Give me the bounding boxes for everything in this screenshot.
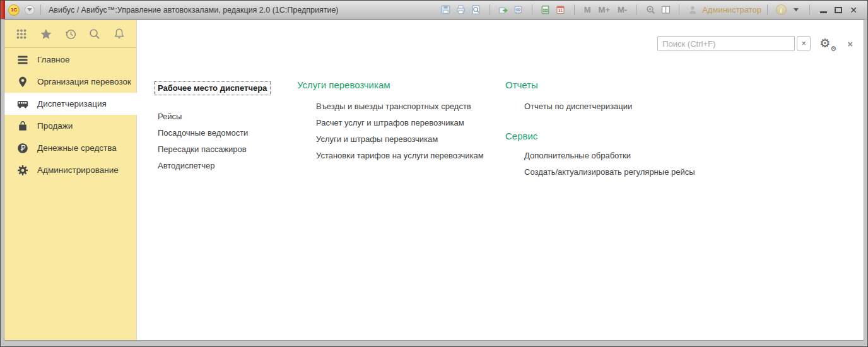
1c-logo-icon: 1С: [8, 4, 20, 16]
title-bar: 1С Авибус / Авибус™:Управление автовокза…: [1, 1, 867, 20]
memory-plus-button[interactable]: M+: [599, 5, 610, 15]
content-link[interactable]: Создать/актуализировать регулярные рейсы: [524, 164, 695, 180]
get-link-icon[interactable]: [512, 4, 525, 16]
featured-link-rabochee-mesto[interactable]: Рабочее место диспетчера: [154, 81, 271, 95]
sidebar-item-label: Денежные средства: [37, 143, 117, 153]
ruble-coin-icon: [16, 142, 29, 155]
separator: [809, 4, 810, 15]
svg-text:31: 31: [558, 8, 563, 13]
separator: [574, 4, 575, 15]
split-window-icon[interactable]: [659, 4, 672, 16]
sidebar-item-label: Организация перевозок: [37, 77, 131, 86]
section-header-servis: Сервис: [505, 130, 537, 143]
content-link[interactable]: Въезды и выезды транспортных средств: [316, 98, 484, 115]
content-link[interactable]: Автодиспетчер: [158, 158, 248, 174]
favorites-star-icon[interactable]: [38, 26, 54, 42]
separator: [532, 4, 532, 15]
system-menu-button[interactable]: [25, 5, 35, 15]
sidebar-item-organizaciya-perevozok[interactable]: Организация перевозок: [4, 71, 136, 93]
content-link[interactable]: Установки тарифов на услуги перевозчикам: [316, 148, 484, 164]
separator: [636, 4, 637, 15]
notifications-bell-icon[interactable]: [112, 26, 127, 42]
dropdown-arrow-icon[interactable]: [790, 4, 802, 16]
column-3-service-links: Дополнительные обработки Создать/актуали…: [524, 148, 695, 180]
settings-gears-icon[interactable]: ⚙ ⚙: [819, 35, 836, 52]
search-row: × ⚙ ⚙ ×: [657, 35, 853, 52]
sidebar-item-label: Главное: [37, 55, 70, 64]
gear-icon: [16, 164, 29, 177]
sidebar-item-label: Администрирование: [37, 165, 119, 175]
chevron-down-icon: [27, 8, 32, 11]
map-pin-icon: [16, 76, 29, 88]
panel-toolbar: [4, 20, 136, 48]
section-header-uslugi: Услуги перевозчикам: [297, 79, 390, 91]
content-link[interactable]: Дополнительные обработки: [524, 148, 695, 164]
info-icon[interactable]: i: [775, 4, 787, 16]
search-clear-button[interactable]: ×: [797, 36, 811, 51]
section-menu: Главное Организация перевозок Диспетчери…: [4, 48, 136, 181]
column-3-reports-links: Отчеты по диспетчеризации: [524, 98, 632, 115]
sidebar-item-label: Диспетчеризация: [37, 99, 107, 109]
memory-m-button[interactable]: M: [584, 5, 591, 15]
content-link[interactable]: Рейсы: [158, 109, 248, 125]
section-panel: Главное Организация перевозок Диспетчери…: [4, 20, 137, 340]
content-link[interactable]: Услуги и штрафы перевозчикам: [316, 131, 484, 148]
column-2-links: Въезды и выезды транспортных средств Рас…: [316, 98, 484, 164]
content-link[interactable]: Отчеты по диспетчеризации: [524, 98, 632, 115]
window-edge-accent: [1, 1, 5, 19]
go-to-link-icon[interactable]: [497, 4, 510, 16]
separator: [767, 4, 768, 15]
minimize-button[interactable]: [817, 4, 830, 16]
menu-lines-icon: [16, 54, 29, 66]
sidebar-item-dispetcherizaciya[interactable]: Диспетчеризация: [4, 93, 137, 115]
history-icon[interactable]: [63, 26, 78, 42]
section-header-otchety: Отчеты: [505, 79, 538, 91]
memory-minus-button[interactable]: M-: [618, 5, 627, 15]
sidebar-item-denezhnye-sredstva[interactable]: Денежные средства: [4, 137, 136, 159]
window-title: Авибус / Авибус™:Управление автовокзалам…: [49, 6, 339, 15]
print-icon[interactable]: [455, 4, 467, 16]
user-icon: [686, 4, 699, 16]
close-button[interactable]: ✕: [847, 4, 860, 16]
sidebar-item-glavnoe[interactable]: Главное: [4, 49, 136, 71]
calendar-icon[interactable]: 31: [554, 4, 567, 16]
print-preview-icon[interactable]: [470, 4, 483, 16]
column-1-links: Рейсы Посадочные ведомости Пересадки пас…: [158, 109, 248, 174]
shopping-bag-icon: [16, 120, 29, 132]
sidebar-item-label: Продажи: [37, 121, 73, 131]
zoom-icon[interactable]: [644, 4, 657, 16]
sidebar-item-administrirovanie[interactable]: Администрирование: [4, 159, 136, 181]
content-link[interactable]: Расчет услуг и штрафов перевозчикам: [316, 115, 484, 131]
bus-icon: [16, 98, 29, 110]
separator: [490, 4, 490, 15]
function-menu-panel: × ⚙ ⚙ × Рабочее место диспетчера Рейсы П…: [137, 20, 864, 340]
content-link[interactable]: Пересадки пассажиров: [158, 141, 248, 158]
close-panel-button[interactable]: ×: [847, 38, 853, 49]
search-icon[interactable]: [87, 26, 102, 42]
apps-grid-icon[interactable]: [14, 26, 29, 42]
save-icon[interactable]: [440, 4, 452, 16]
separator: [40, 4, 41, 15]
app-window: 1С Авибус / Авибус™:Управление автовокза…: [0, 0, 868, 347]
maximize-button[interactable]: [832, 4, 845, 16]
content-link[interactable]: Посадочные ведомости: [158, 125, 248, 141]
calculator-icon[interactable]: [539, 4, 552, 16]
search-input[interactable]: [657, 36, 795, 51]
sidebar-item-prodazhi[interactable]: Продажи: [4, 115, 136, 137]
separator: [679, 4, 679, 15]
current-user-label[interactable]: Администратор: [702, 5, 761, 15]
